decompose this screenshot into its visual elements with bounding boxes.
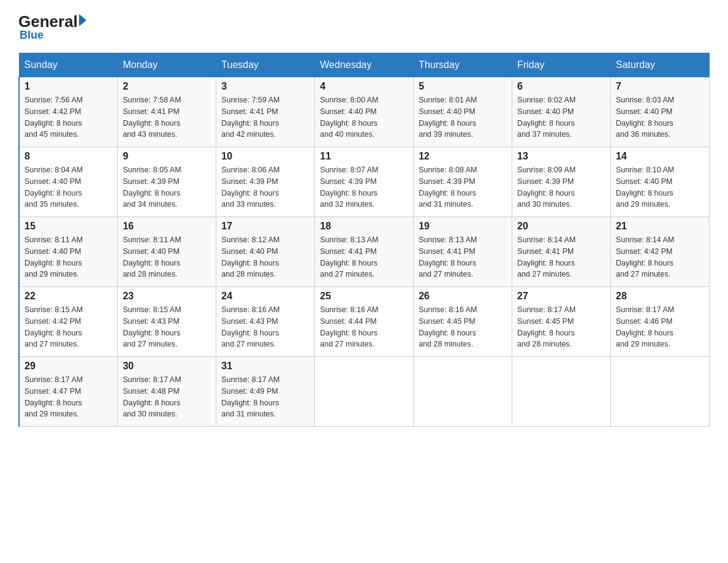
day-number: 3 <box>221 81 309 92</box>
day-number: 30 <box>123 361 211 372</box>
day-info: Sunrise: 8:10 AM Sunset: 4:40 PM Dayligh… <box>616 164 704 210</box>
calendar-cell: 2 Sunrise: 7:58 AM Sunset: 4:41 PM Dayli… <box>118 77 216 147</box>
day-number: 28 <box>616 291 704 302</box>
calendar-cell: 4 Sunrise: 8:00 AM Sunset: 4:40 PM Dayli… <box>315 77 414 147</box>
calendar-cell: 14 Sunrise: 8:10 AM Sunset: 4:40 PM Dayl… <box>611 147 710 217</box>
calendar-cell: 26 Sunrise: 8:16 AM Sunset: 4:45 PM Dayl… <box>414 287 512 357</box>
day-number: 1 <box>25 81 112 92</box>
col-tuesday: Tuesday <box>216 53 315 77</box>
day-info: Sunrise: 8:14 AM Sunset: 4:42 PM Dayligh… <box>616 234 704 280</box>
day-info: Sunrise: 8:12 AM Sunset: 4:40 PM Dayligh… <box>221 234 309 280</box>
calendar-cell: 7 Sunrise: 8:03 AM Sunset: 4:40 PM Dayli… <box>611 77 710 147</box>
day-number: 19 <box>419 221 507 232</box>
calendar-cell: 13 Sunrise: 8:09 AM Sunset: 4:39 PM Dayl… <box>512 147 611 217</box>
calendar-table: Sunday Monday Tuesday Wednesday Thursday… <box>18 53 710 427</box>
calendar-cell: 29 Sunrise: 8:17 AM Sunset: 4:47 PM Dayl… <box>19 357 118 427</box>
day-number: 27 <box>517 291 605 302</box>
col-wednesday: Wednesday <box>315 53 414 77</box>
logo: General Blue <box>18 12 86 42</box>
calendar-header-row: Sunday Monday Tuesday Wednesday Thursday… <box>19 53 710 77</box>
day-info: Sunrise: 8:17 AM Sunset: 4:48 PM Dayligh… <box>123 374 211 420</box>
day-number: 25 <box>320 291 408 302</box>
day-info: Sunrise: 8:14 AM Sunset: 4:41 PM Dayligh… <box>517 234 605 280</box>
calendar-cell: 9 Sunrise: 8:05 AM Sunset: 4:39 PM Dayli… <box>118 147 216 217</box>
day-info: Sunrise: 8:17 AM Sunset: 4:47 PM Dayligh… <box>25 374 112 420</box>
logo-blue-text: Blue <box>20 29 44 42</box>
day-info: Sunrise: 8:00 AM Sunset: 4:40 PM Dayligh… <box>320 94 408 140</box>
calendar-cell: 19 Sunrise: 8:13 AM Sunset: 4:41 PM Dayl… <box>414 217 512 287</box>
calendar-cell: 31 Sunrise: 8:17 AM Sunset: 4:49 PM Dayl… <box>216 357 315 427</box>
calendar-cell: 27 Sunrise: 8:17 AM Sunset: 4:45 PM Dayl… <box>512 287 611 357</box>
col-saturday: Saturday <box>611 53 710 77</box>
day-number: 24 <box>221 291 309 302</box>
day-info: Sunrise: 7:56 AM Sunset: 4:42 PM Dayligh… <box>25 94 112 140</box>
day-number: 29 <box>25 361 112 372</box>
calendar-cell: 5 Sunrise: 8:01 AM Sunset: 4:40 PM Dayli… <box>414 77 512 147</box>
page-header: General Blue <box>18 12 710 42</box>
day-info: Sunrise: 7:59 AM Sunset: 4:41 PM Dayligh… <box>221 94 309 140</box>
day-number: 26 <box>419 291 507 302</box>
day-number: 31 <box>221 361 309 372</box>
day-number: 11 <box>320 151 408 162</box>
calendar-cell: 30 Sunrise: 8:17 AM Sunset: 4:48 PM Dayl… <box>118 357 216 427</box>
day-number: 14 <box>616 151 704 162</box>
day-info: Sunrise: 8:16 AM Sunset: 4:44 PM Dayligh… <box>320 304 408 350</box>
day-info: Sunrise: 8:11 AM Sunset: 4:40 PM Dayligh… <box>25 234 112 280</box>
calendar-cell: 25 Sunrise: 8:16 AM Sunset: 4:44 PM Dayl… <box>315 287 414 357</box>
day-info: Sunrise: 8:13 AM Sunset: 4:41 PM Dayligh… <box>320 234 408 280</box>
calendar-cell: 18 Sunrise: 8:13 AM Sunset: 4:41 PM Dayl… <box>315 217 414 287</box>
day-info: Sunrise: 7:58 AM Sunset: 4:41 PM Dayligh… <box>123 94 211 140</box>
calendar-week-row: 8 Sunrise: 8:04 AM Sunset: 4:40 PM Dayli… <box>19 147 710 217</box>
day-number: 16 <box>123 221 211 232</box>
day-info: Sunrise: 8:07 AM Sunset: 4:39 PM Dayligh… <box>320 164 408 210</box>
day-number: 2 <box>123 81 211 92</box>
calendar-cell: 11 Sunrise: 8:07 AM Sunset: 4:39 PM Dayl… <box>315 147 414 217</box>
day-number: 4 <box>320 81 408 92</box>
day-info: Sunrise: 8:03 AM Sunset: 4:40 PM Dayligh… <box>616 94 704 140</box>
day-info: Sunrise: 8:15 AM Sunset: 4:42 PM Dayligh… <box>25 304 112 350</box>
calendar-week-row: 15 Sunrise: 8:11 AM Sunset: 4:40 PM Dayl… <box>19 217 710 287</box>
calendar-cell: 1 Sunrise: 7:56 AM Sunset: 4:42 PM Dayli… <box>19 77 118 147</box>
calendar-cell: 23 Sunrise: 8:15 AM Sunset: 4:43 PM Dayl… <box>118 287 216 357</box>
logo-triangle-icon <box>79 14 86 26</box>
day-number: 18 <box>320 221 408 232</box>
calendar-cell: 21 Sunrise: 8:14 AM Sunset: 4:42 PM Dayl… <box>611 217 710 287</box>
day-info: Sunrise: 8:17 AM Sunset: 4:49 PM Dayligh… <box>221 374 309 420</box>
day-number: 23 <box>123 291 211 302</box>
col-friday: Friday <box>512 53 611 77</box>
col-sunday: Sunday <box>19 53 118 77</box>
calendar-cell: 6 Sunrise: 8:02 AM Sunset: 4:40 PM Dayli… <box>512 77 611 147</box>
day-number: 5 <box>419 81 507 92</box>
calendar-week-row: 29 Sunrise: 8:17 AM Sunset: 4:47 PM Dayl… <box>19 357 710 427</box>
calendar-week-row: 1 Sunrise: 7:56 AM Sunset: 4:42 PM Dayli… <box>19 77 710 147</box>
col-thursday: Thursday <box>414 53 512 77</box>
day-number: 12 <box>419 151 507 162</box>
calendar-cell: 15 Sunrise: 8:11 AM Sunset: 4:40 PM Dayl… <box>19 217 118 287</box>
day-number: 22 <box>25 291 112 302</box>
day-info: Sunrise: 8:08 AM Sunset: 4:39 PM Dayligh… <box>419 164 507 210</box>
day-number: 13 <box>517 151 605 162</box>
day-info: Sunrise: 8:17 AM Sunset: 4:45 PM Dayligh… <box>517 304 605 350</box>
day-info: Sunrise: 8:06 AM Sunset: 4:39 PM Dayligh… <box>221 164 309 210</box>
calendar-cell: 28 Sunrise: 8:17 AM Sunset: 4:46 PM Dayl… <box>611 287 710 357</box>
day-number: 8 <box>25 151 112 162</box>
calendar-cell: 20 Sunrise: 8:14 AM Sunset: 4:41 PM Dayl… <box>512 217 611 287</box>
calendar-cell: 3 Sunrise: 7:59 AM Sunset: 4:41 PM Dayli… <box>216 77 315 147</box>
day-info: Sunrise: 8:02 AM Sunset: 4:40 PM Dayligh… <box>517 94 605 140</box>
day-number: 21 <box>616 221 704 232</box>
day-number: 20 <box>517 221 605 232</box>
day-info: Sunrise: 8:16 AM Sunset: 4:45 PM Dayligh… <box>419 304 507 350</box>
calendar-cell <box>512 357 611 427</box>
calendar-cell: 8 Sunrise: 8:04 AM Sunset: 4:40 PM Dayli… <box>19 147 118 217</box>
day-number: 7 <box>616 81 704 92</box>
day-number: 15 <box>25 221 112 232</box>
day-number: 10 <box>221 151 309 162</box>
day-number: 17 <box>221 221 309 232</box>
calendar-cell: 12 Sunrise: 8:08 AM Sunset: 4:39 PM Dayl… <box>414 147 512 217</box>
col-monday: Monday <box>118 53 216 77</box>
calendar-cell <box>315 357 414 427</box>
day-info: Sunrise: 8:16 AM Sunset: 4:43 PM Dayligh… <box>221 304 309 350</box>
day-info: Sunrise: 8:15 AM Sunset: 4:43 PM Dayligh… <box>123 304 211 350</box>
calendar-cell <box>611 357 710 427</box>
calendar-cell <box>414 357 512 427</box>
